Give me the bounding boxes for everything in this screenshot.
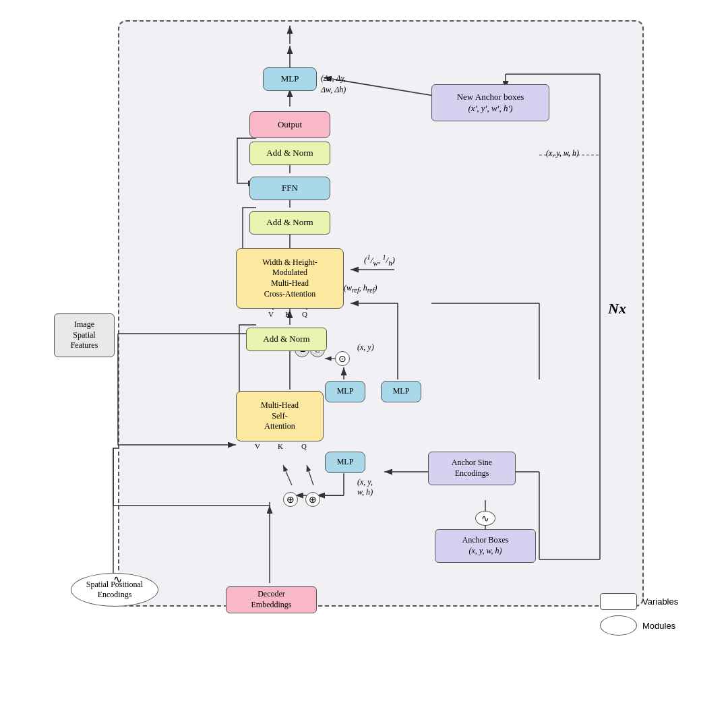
mlp-bot-box: MLP <box>325 452 365 473</box>
mlp-mid2-box: MLP <box>381 381 421 402</box>
addnorm-mid-label: Add & Norm <box>266 217 313 228</box>
variables-legend-label: Variables <box>642 597 678 607</box>
plus-circle-1: ⊕ <box>283 492 298 507</box>
image-spatial-box: ImageSpatialFeatures <box>54 313 115 357</box>
v-selfattn-label: V <box>255 442 260 450</box>
inv-wh-label: (1/w, 1/h) <box>364 253 395 267</box>
selfattn-box: Multi-HeadSelf-Attention <box>236 391 324 441</box>
image-spatial-label: ImageSpatialFeatures <box>71 319 98 351</box>
diagram-container: MLP New Anchor boxes(x′, y′, w′, h′) (Δx… <box>13 7 715 694</box>
mlp-mid1-box: MLP <box>325 381 365 402</box>
xywh-label: (x, y,w, h) <box>357 477 373 497</box>
nx-label: Nx <box>608 300 626 317</box>
legend: Variables Modules <box>600 593 678 636</box>
addnorm-bot-label: Add & Norm <box>263 334 309 345</box>
main-dashed-box <box>118 20 644 607</box>
delta-label: (Δx, Δy,Δw, Δh) <box>321 73 346 96</box>
mlp-bot-label: MLP <box>337 457 354 468</box>
sine-circle: ∿ <box>475 511 495 526</box>
addnorm-mid-box: Add & Norm <box>249 211 330 235</box>
ffn-label: FFN <box>282 183 298 194</box>
output-label: Output <box>278 119 302 131</box>
plus-circle-2: ⊕ <box>305 492 320 507</box>
v-crossattn-label: V <box>268 310 274 318</box>
ffn-box: FFN <box>249 177 330 200</box>
selfattn-label: Multi-HeadSelf-Attention <box>261 400 299 432</box>
addnorm-top-box: Add & Norm <box>249 142 330 165</box>
sine-icon: ∿ <box>113 573 122 586</box>
new-anchor-box: New Anchor boxes(x′, y′, w′, h′) <box>431 84 549 121</box>
wref-href-label: (wref, href) <box>344 283 377 294</box>
k-selfattn-label: K <box>278 442 283 450</box>
anchor-sine-box: Anchor SineEncodings <box>428 452 516 485</box>
crossattn-label: Width & Height-ModulatedMulti-HeadCross-… <box>262 257 317 299</box>
modules-legend-label: Modules <box>642 621 675 631</box>
anchor-sine-label: Anchor SineEncodings <box>452 458 492 479</box>
mlp-mid2-label: MLP <box>393 386 410 397</box>
mlp-mid1-label: MLP <box>337 386 354 397</box>
anchor-boxes-label: Anchor Boxes(x, y, w, h) <box>462 535 509 556</box>
output-box: Output <box>249 111 330 138</box>
xyxy-label: (x, y, w, h) <box>546 148 579 158</box>
crossattn-box: Width & Height-ModulatedMulti-HeadCross-… <box>236 248 344 309</box>
new-anchor-label: New Anchor boxes(x′, y′, w′, h′) <box>457 92 524 115</box>
k-crossattn-label: K <box>285 310 291 318</box>
addnorm-top-label: Add & Norm <box>266 148 313 159</box>
mlp-top-box: MLP <box>263 67 317 91</box>
anchor-boxes-box: Anchor Boxes(x, y, w, h) <box>435 529 536 563</box>
xy-label: (x, y) <box>357 342 374 353</box>
q-crossattn-label: Q <box>302 310 307 318</box>
decoder-emb-box: DecoderEmbeddings <box>226 586 317 613</box>
decoder-emb-label: DecoderEmbeddings <box>251 589 292 610</box>
mlp-top-label: MLP <box>281 73 299 85</box>
addnorm-bot-box: Add & Norm <box>246 328 327 351</box>
odot-circle: ⊙ <box>335 351 350 366</box>
q-selfattn-label: Q <box>301 442 307 450</box>
